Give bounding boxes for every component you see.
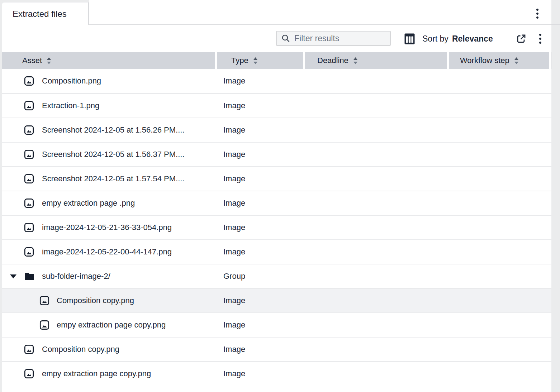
type-cell: Image xyxy=(217,369,305,378)
asset-name: Composition.png xyxy=(42,76,101,86)
asset-cell: empy extraction page .png xyxy=(2,197,217,209)
table-row[interactable]: Composition copy.png Image xyxy=(2,288,551,312)
type-cell: Group xyxy=(217,272,305,281)
tab-bar-menu-button[interactable] xyxy=(531,7,544,20)
type-cell: Image xyxy=(217,101,305,110)
tab-bar-background xyxy=(89,0,551,24)
asset-cell: Screenshot 2024-12-05 at 1.56.26 PM.... xyxy=(2,124,217,136)
table-row[interactable]: Composition copy.png Image xyxy=(2,337,551,361)
kebab-menu-icon xyxy=(536,8,539,19)
image-file-icon xyxy=(23,222,35,233)
asset-cell: Screenshot 2024-12-05 at 1.56.37 PM.... xyxy=(2,149,217,160)
tab-extracted-files[interactable]: Extracted files xyxy=(2,2,89,25)
asset-name: image-2024-12-05-22-00-44-147.png xyxy=(42,247,172,257)
asset-cell: empy extraction page copy.png xyxy=(2,319,217,331)
column-header-workflow-step[interactable]: Workflow step xyxy=(449,52,549,69)
asset-name: Screenshot 2024-12-05 at 1.56.26 PM.... xyxy=(42,125,184,135)
asset-name: image-2024-12-05-21-36-33-054.png xyxy=(42,223,172,232)
asset-name: empy extraction page copy.png xyxy=(57,320,166,330)
sort-arrows-icon xyxy=(353,57,358,64)
asset-cell: Extraction-1.png xyxy=(2,100,217,111)
image-file-icon xyxy=(23,344,35,355)
search-icon xyxy=(281,34,290,43)
asset-cell: image-2024-12-05-22-00-44-147.png xyxy=(2,246,217,258)
open-in-new-button[interactable] xyxy=(514,32,528,45)
column-label: Workflow step xyxy=(460,56,509,65)
type-cell: Image xyxy=(217,345,305,354)
external-link-icon xyxy=(516,33,527,44)
type-cell: Image xyxy=(217,174,305,183)
table-row[interactable]: sub-folder-image-2/ Group xyxy=(2,264,551,288)
asset-name: empy extraction page .png xyxy=(42,199,135,208)
image-file-icon xyxy=(23,197,35,209)
table-row[interactable]: Composition.png Image xyxy=(2,69,551,93)
column-header-filler xyxy=(551,52,551,69)
table-row[interactable]: image-2024-12-05-21-36-33-054.png Image xyxy=(2,215,551,239)
table-header: Asset Type Deadline Workflow step xyxy=(2,52,551,69)
type-cell: Image xyxy=(217,223,305,232)
table-row[interactable]: Extraction-1.png Image xyxy=(2,93,551,118)
columns-icon xyxy=(404,33,415,44)
sort-by-control[interactable]: Sort by Relevance xyxy=(422,25,493,52)
asset-cell: empy extraction page copy.png xyxy=(2,368,217,379)
column-header-type[interactable]: Type xyxy=(217,52,303,69)
asset-cell: sub-folder-image-2/ xyxy=(2,272,217,281)
sort-arrows-icon xyxy=(514,57,519,64)
image-file-icon xyxy=(23,368,35,379)
caret-down-icon[interactable] xyxy=(10,274,16,278)
asset-cell: image-2024-12-05-21-36-33-054.png xyxy=(2,222,217,233)
table-row[interactable]: image-2024-12-05-22-00-44-147.png Image xyxy=(2,239,551,264)
image-file-icon xyxy=(39,295,50,306)
column-label: Deadline xyxy=(317,56,348,65)
type-cell: Image xyxy=(217,199,305,208)
type-cell: Image xyxy=(217,320,305,330)
image-file-icon xyxy=(23,100,35,111)
asset-cell: Composition copy.png xyxy=(2,295,217,306)
sort-by-value: Relevance xyxy=(452,34,493,44)
asset-name: Screenshot 2024-12-05 at 1.56.37 PM.... xyxy=(42,150,184,159)
table-row[interactable]: empy extraction page copy.png Image xyxy=(2,361,551,386)
image-file-icon xyxy=(23,149,35,160)
image-file-icon xyxy=(23,75,35,87)
toolbar-menu-button[interactable] xyxy=(534,32,546,45)
asset-name: empy extraction page copy.png xyxy=(42,369,151,378)
table-row[interactable]: Screenshot 2024-12-05 at 1.57.54 PM.... … xyxy=(2,166,551,191)
asset-name: Extraction-1.png xyxy=(42,101,99,110)
asset-cell: Composition.png xyxy=(2,75,217,87)
toolbar: Sort by Relevance xyxy=(2,25,551,52)
type-cell: Image xyxy=(217,76,305,86)
table-row[interactable]: empy extraction page .png Image xyxy=(2,191,551,215)
asset-cell: Composition copy.png xyxy=(2,344,217,355)
image-file-icon xyxy=(23,246,35,258)
column-header-deadline[interactable]: Deadline xyxy=(305,52,447,69)
type-cell: Image xyxy=(217,125,305,135)
sort-arrows-icon xyxy=(47,57,51,64)
table-row[interactable]: empy extraction page copy.png Image xyxy=(2,312,551,337)
image-file-icon xyxy=(23,124,35,136)
type-cell: Image xyxy=(217,247,305,257)
image-file-icon xyxy=(23,173,35,185)
kebab-menu-icon xyxy=(538,33,542,44)
table-row[interactable]: Screenshot 2024-12-05 at 1.56.37 PM.... … xyxy=(2,142,551,166)
asset-name: Screenshot 2024-12-05 at 1.57.54 PM.... xyxy=(42,174,184,183)
table-row[interactable]: Screenshot 2024-12-05 at 1.56.26 PM.... … xyxy=(2,118,551,142)
asset-name: sub-folder-image-2/ xyxy=(42,272,110,281)
sort-by-label: Sort by xyxy=(422,34,449,44)
column-label: Type xyxy=(231,56,248,65)
sort-arrows-icon xyxy=(253,57,258,64)
table-rows: Composition.png Image Extraction-1.png I… xyxy=(2,69,551,386)
asset-name: Composition copy.png xyxy=(57,296,134,305)
filter-field xyxy=(276,31,391,46)
filter-input[interactable] xyxy=(294,34,386,43)
columns-view-button[interactable] xyxy=(402,32,417,45)
image-file-icon xyxy=(39,319,50,331)
column-header-asset[interactable]: Asset xyxy=(2,52,215,69)
folder-icon xyxy=(24,272,34,281)
tab-label: Extracted files xyxy=(13,9,67,19)
type-cell: Image xyxy=(217,150,305,159)
column-label: Asset xyxy=(22,56,42,65)
asset-cell: Screenshot 2024-12-05 at 1.57.54 PM.... xyxy=(2,173,217,185)
asset-name: Composition copy.png xyxy=(42,345,119,354)
type-cell: Image xyxy=(217,296,305,305)
